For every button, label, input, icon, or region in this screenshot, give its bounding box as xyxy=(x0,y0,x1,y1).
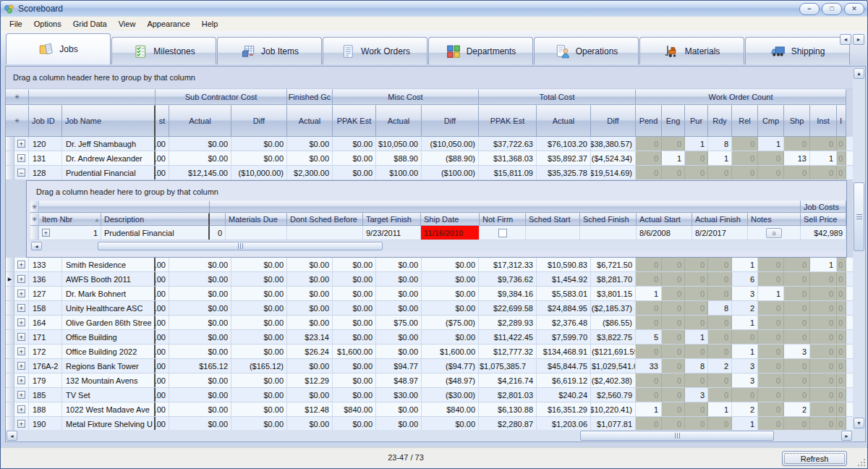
job-item-row[interactable]: +1 Prudential Financial 0 9/23/2011 11/1… xyxy=(30,226,846,240)
col-actual-finish[interactable]: Actual Finish xyxy=(692,213,748,226)
col-item-nbr[interactable]: Item Nbr▵ xyxy=(39,213,101,226)
col-sc-diff[interactable]: Diff xyxy=(231,105,287,137)
expand-button[interactable]: + xyxy=(17,304,25,312)
col-not-firm[interactable]: Not Firm xyxy=(480,213,526,226)
col-sc-actual[interactable]: Actual xyxy=(169,105,231,137)
notes-button[interactable]: a xyxy=(766,228,782,238)
col-misc-actual[interactable]: Actual xyxy=(376,105,422,137)
resize-grip-icon[interactable] xyxy=(858,459,865,466)
col-sell-price[interactable]: Sell Price xyxy=(801,213,846,226)
col-materials-due[interactable]: Materials Due xyxy=(226,213,287,226)
scroll-left-icon[interactable]: ◄ xyxy=(7,431,17,441)
tab-operations[interactable]: Operations xyxy=(534,37,639,64)
job-row-133[interactable]: +133Smith Residence0.00$0.00$0.00$0.00$0… xyxy=(6,258,853,272)
col-rel[interactable]: Rel xyxy=(732,105,758,137)
col-eng[interactable]: Eng xyxy=(662,105,685,137)
scroll-up-icon[interactable]: ▲ xyxy=(854,68,864,79)
expand-button[interactable]: + xyxy=(17,347,25,355)
tab-departments[interactable]: Departments xyxy=(428,37,533,64)
minimize-button[interactable]: − xyxy=(799,3,820,15)
col-total-actual[interactable]: Actual xyxy=(537,105,591,137)
tab-scroll-right-icon[interactable]: ► xyxy=(853,34,864,45)
vertical-scrollbar-thumb[interactable] xyxy=(854,182,864,251)
col-qty[interactable] xyxy=(210,213,226,226)
scroll-right-icon[interactable]: ► xyxy=(841,431,852,441)
expand-button[interactable]: + xyxy=(17,405,25,413)
col-description[interactable]: Description xyxy=(101,213,210,226)
scroll-left-icon[interactable]: ◄ xyxy=(31,242,42,250)
job-row-171[interactable]: +171Office Building0.00$0.00$0.00$23.14$… xyxy=(6,330,853,345)
expand-button[interactable]: + xyxy=(17,376,25,384)
col-cmp[interactable]: Cmp xyxy=(758,105,784,137)
col-fg-actual[interactable]: Actual xyxy=(287,105,333,137)
close-button[interactable]: ✕ xyxy=(844,3,864,15)
vertical-scrollbar[interactable]: ▲ ▼ xyxy=(853,67,865,430)
col-total-ppak-est[interactable]: PPAK Est xyxy=(479,105,537,137)
tab-jobs[interactable]: Jobs xyxy=(6,33,111,64)
menu-file[interactable]: File xyxy=(4,17,28,30)
menu-help[interactable]: Help xyxy=(196,17,224,30)
job-row-185[interactable]: +185TV Set0.00$0.00$0.00$0.00$0.00$30.00… xyxy=(6,388,853,402)
col-sched-finish[interactable]: Sched Finish xyxy=(580,213,637,226)
col-pend[interactable]: Pend xyxy=(636,105,662,137)
horizontal-scrollbar-thumb[interactable] xyxy=(580,431,774,441)
expand-button[interactable]: + xyxy=(17,362,25,370)
band-finished-goods[interactable]: Finished Gc xyxy=(287,89,333,105)
tab-shipping[interactable]: Shipping xyxy=(745,37,850,64)
group-by-panel[interactable]: Drag a column header here to group by th… xyxy=(6,67,853,89)
scroll-down-icon[interactable]: ▼ xyxy=(854,418,864,428)
expand-button[interactable]: + xyxy=(17,140,25,148)
job-row-127[interactable]: +127Dr. Mark Bohnert0.00$0.00$0.00$0.00$… xyxy=(6,287,853,301)
col-ship-date[interactable]: Ship Date xyxy=(421,213,480,226)
job-row-172[interactable]: +172Office Building 20220.00$0.00$0.00$2… xyxy=(6,345,853,359)
tab-scroll-left-icon[interactable]: ◄ xyxy=(840,34,851,45)
detail-band-main[interactable] xyxy=(210,200,801,213)
band-frozen[interactable] xyxy=(29,89,156,105)
detail-group-by-panel[interactable]: Drag a column header here to group by th… xyxy=(30,183,846,200)
col-notes[interactable]: Notes xyxy=(748,213,801,226)
job-row-120[interactable]: +120Dr. Jeff Shambaugh0.00$0.00$0.00$0.0… xyxy=(6,137,853,151)
expand-button[interactable]: + xyxy=(17,391,25,399)
job-row-136[interactable]: ▶+136AWFS Booth 20110.00$0.00$0.00$0.00$… xyxy=(6,272,853,287)
expand-button[interactable]: − xyxy=(17,169,25,177)
col-total-diff[interactable]: Diff xyxy=(591,105,636,137)
col-sched-start[interactable]: Sched Start xyxy=(526,213,580,226)
menu-grid-data[interactable]: Grid Data xyxy=(67,17,113,30)
detail-scrollbar-thumb[interactable] xyxy=(98,242,383,250)
horizontal-scrollbar[interactable]: ◄ ► xyxy=(6,430,853,441)
detail-horizontal-scrollbar[interactable]: ◄ xyxy=(30,241,846,251)
job-row-128[interactable]: −128Prudential Financial5.00$12,145.00($… xyxy=(6,166,853,180)
job-row-179[interactable]: +179132 Mountain Avens0.00$0.00$0.00$12.… xyxy=(6,373,853,388)
tab-materials[interactable]: Materials xyxy=(639,37,744,64)
job-row-164[interactable]: +164Olive Garden 86th Stree0.00$0.00$0.0… xyxy=(6,316,853,330)
job-row-188[interactable]: +1881022 West Madave Ave0.00$0.00$0.00$1… xyxy=(6,402,853,417)
maximize-button[interactable]: □ xyxy=(822,3,842,15)
band-sub-contractor-cost[interactable]: Sub Contractor Cost xyxy=(156,89,287,105)
expand-button[interactable]: + xyxy=(17,333,25,341)
col-dont-sched-before[interactable]: Dont Sched Before xyxy=(287,213,363,226)
expand-button[interactable]: + xyxy=(17,318,25,326)
col-job-id[interactable]: Job ID xyxy=(29,105,62,137)
job-row-158[interactable]: +158Unity Healthcare ASC0.00$0.00$0.00$0… xyxy=(6,301,853,316)
col-misc-diff[interactable]: Diff xyxy=(422,105,479,137)
col-inst-partial[interactable]: I xyxy=(837,105,846,137)
col-pur[interactable]: Pur xyxy=(685,105,708,137)
expand-button[interactable]: + xyxy=(17,261,25,269)
col-target-finish[interactable]: Target Finish xyxy=(363,213,421,226)
not-firm-checkbox[interactable] xyxy=(498,229,507,237)
menu-view[interactable]: View xyxy=(113,17,142,30)
detail-band-job-costs[interactable]: Job Costs xyxy=(801,200,846,213)
expand-button[interactable]: + xyxy=(17,420,25,428)
col-actual-start[interactable]: Actual Start xyxy=(637,213,692,226)
col-shp[interactable]: Shp xyxy=(784,105,810,137)
tab-work-orders[interactable]: Work Orders xyxy=(323,37,427,64)
titlebar[interactable]: Scoreboard − □ ✕ xyxy=(1,1,867,17)
job-row-131[interactable]: +131Dr. Andrew Alexander0.00$0.00$0.00$0… xyxy=(6,151,853,166)
band-total-cost[interactable]: Total Cost xyxy=(479,89,636,105)
tab-milestones[interactable]: Milestones xyxy=(111,37,216,64)
expand-button[interactable]: + xyxy=(17,275,25,283)
col-misc-ppak-est[interactable]: PPAK Est xyxy=(333,105,376,137)
refresh-button[interactable]: Refresh xyxy=(782,451,847,466)
expand-button[interactable]: + xyxy=(17,290,25,297)
col-inst[interactable]: Inst xyxy=(810,105,837,137)
